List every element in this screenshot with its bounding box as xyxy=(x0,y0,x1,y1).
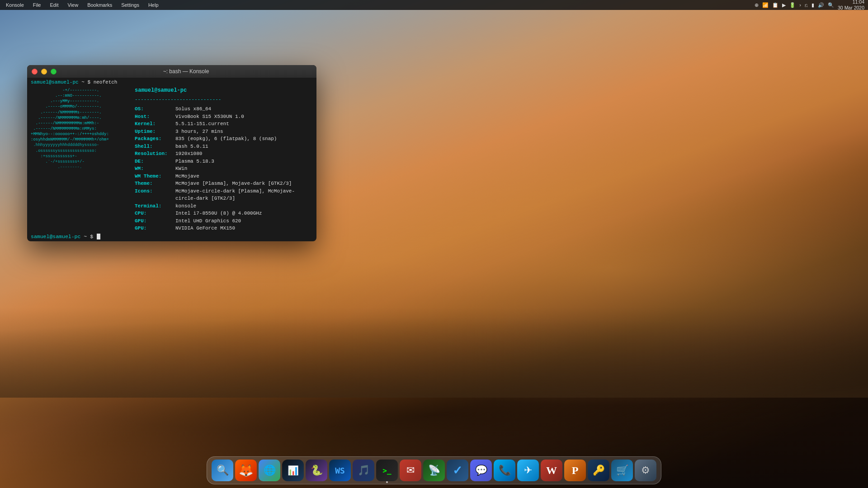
initial-prompt-sym: ~ $ xyxy=(81,80,93,85)
clipboard-icon[interactable]: 📋 xyxy=(771,2,779,8)
info-kernel: Kernel: 5.5.11-151.current xyxy=(135,120,313,128)
info-uptime: Uptime: 3 hours, 27 mins xyxy=(135,128,313,136)
mountain-silhouette xyxy=(0,307,868,398)
datetime-display: 11:04 30 Mar 2020 xyxy=(838,0,864,11)
cursor-block xyxy=(97,234,100,239)
dock-active-dot-terminal xyxy=(386,481,388,483)
bluetooth-icon[interactable]: ⎌ xyxy=(804,2,809,8)
close-button[interactable] xyxy=(32,69,38,75)
dock-item-finder[interactable]: 🔍 xyxy=(212,460,233,481)
dock-item-wps-writer[interactable]: W xyxy=(541,460,562,481)
neofetch-username: samuel@samuel-pc xyxy=(135,87,187,94)
dock-item-activity[interactable]: 📊 xyxy=(282,460,304,481)
info-theme: Theme: McMojave [Plasma], Mojave-dark [G… xyxy=(135,180,313,188)
dock-item-firefox[interactable]: 🦊 xyxy=(235,460,257,481)
dock-item-telegram[interactable]: ✈ xyxy=(517,460,539,481)
dock-item-pycharm[interactable]: 🐍 xyxy=(306,460,327,481)
info-shell: Shell: bash 5.0.11 xyxy=(135,143,313,150)
menu-bookmarks[interactable]: Bookmarks xyxy=(85,1,114,9)
info-icons: Icons: McMojave-circle-dark [Plasma], Mc… xyxy=(135,188,313,202)
dock-item-skype[interactable]: 📞 xyxy=(494,460,515,481)
info-de: DE: Plasma 5.18.3 xyxy=(135,158,313,165)
info-os: OS: Solus x86_64 xyxy=(135,105,313,113)
minimize-button[interactable] xyxy=(41,69,47,75)
menu-view[interactable]: View xyxy=(65,1,80,9)
info-terminal: Terminal: konsole xyxy=(135,202,313,210)
info-packages: Packages: 835 (eopkg), 6 (flatpak), 8 (s… xyxy=(135,135,313,143)
dock: 🔍 🦊 🌐 📊 🐍 WS 🎵 >_ ✉ 📡 ✓ 💬 xyxy=(207,456,661,484)
dock-item-discord[interactable]: 💬 xyxy=(470,460,492,481)
panel-right: ⊕ 📶 📋 ▶ 🔋 › ⎌ ▮ 🔊 🔍 11:04 30 Mar 2020 xyxy=(754,0,864,11)
kde-icon[interactable]: ⊕ xyxy=(754,2,760,8)
dock-item-webstorm[interactable]: WS xyxy=(329,460,351,481)
terminal-titlebar: ~: bash — Konsole xyxy=(27,65,316,78)
volume-icon[interactable]: 🔊 xyxy=(817,2,825,8)
network-icon[interactable]: 📶 xyxy=(761,2,769,8)
app-name-label[interactable]: Konsole xyxy=(4,1,26,9)
expand-icon[interactable]: › xyxy=(798,2,802,8)
battery-icon[interactable]: 🔋 xyxy=(788,2,797,8)
dock-item-terminal[interactable]: >_ xyxy=(376,460,398,481)
terminal-window: ~: bash — Konsole samuel@samuel-pc ~ $ n… xyxy=(27,65,316,241)
prompt-tilde: ~ $ xyxy=(84,234,96,239)
dock-item-todolist[interactable]: ✓ xyxy=(447,460,468,481)
neofetch-info: samuel@samuel-pc -----------------------… xyxy=(130,87,313,230)
dock-item-netspark[interactable]: 📡 xyxy=(423,460,445,481)
neofetch-separator: ----------------------------- xyxy=(135,96,313,103)
menu-file[interactable]: File xyxy=(31,1,43,9)
system-tray: ⊕ 📶 📋 ▶ 🔋 › ⎌ ▮ 🔊 🔍 xyxy=(754,2,835,8)
dock-item-wps-presentation[interactable]: P xyxy=(564,460,586,481)
media-icon[interactable]: ▶ xyxy=(781,2,787,8)
top-panel: Konsole File Edit View Bookmarks Setting… xyxy=(0,0,868,10)
dock-item-mailspring[interactable]: ✉ xyxy=(400,460,421,481)
prompt-user: samuel@samuel-pc xyxy=(31,234,80,239)
dock-item-deadbeef[interactable]: 🎵 xyxy=(353,460,374,481)
initial-prompt-user: samuel@samuel-pc xyxy=(31,80,79,85)
neofetch-ascii-art: -+/-----------. .--:mNO-----------. .---… xyxy=(31,87,130,230)
info-wm-theme: WM Theme: McMojave xyxy=(135,173,313,180)
terminal-prompt-line[interactable]: samuel@samuel-pc ~ $ xyxy=(27,232,316,241)
panel-left: Konsole File Edit View Bookmarks Setting… xyxy=(4,1,161,9)
dock-item-keeweb[interactable]: 🔑 xyxy=(588,460,609,481)
menu-edit[interactable]: Edit xyxy=(48,1,61,9)
info-gpu: GPU: Intel UHD Graphics 620 xyxy=(135,217,313,225)
search-icon[interactable]: 🔍 xyxy=(827,2,835,8)
menu-settings[interactable]: Settings xyxy=(119,1,142,9)
info-wm: WM: KWin xyxy=(135,165,313,173)
menu-help[interactable]: Help xyxy=(146,1,161,9)
initial-command: neofetch xyxy=(94,80,118,85)
terminal-title: ~: bash — Konsole xyxy=(60,68,312,75)
info-cpu: CPU: Intel i7-8550U (8) @ 4.000GHz xyxy=(135,210,313,217)
info-resolution: Resolution: 868x488 xyxy=(135,150,313,158)
time-label: 11:04 xyxy=(838,0,864,5)
battery2-icon[interactable]: ▮ xyxy=(811,2,815,8)
dock-item-settings[interactable]: ⚙ xyxy=(635,460,656,481)
info-host: Host: VivoBook S15 X530UN 1.0 xyxy=(135,113,313,121)
maximize-button[interactable] xyxy=(51,69,57,75)
terminal-body: -+/-----------. .--:mNO-----------. .---… xyxy=(27,85,316,232)
dock-item-appcenter[interactable]: 🛒 xyxy=(611,460,633,481)
info-gpu2: GPU: NVIDIA GeForce MX150 xyxy=(135,225,313,231)
dock-item-chrome[interactable]: 🌐 xyxy=(259,460,280,481)
date-label: 30 Mar 2020 xyxy=(838,5,864,11)
